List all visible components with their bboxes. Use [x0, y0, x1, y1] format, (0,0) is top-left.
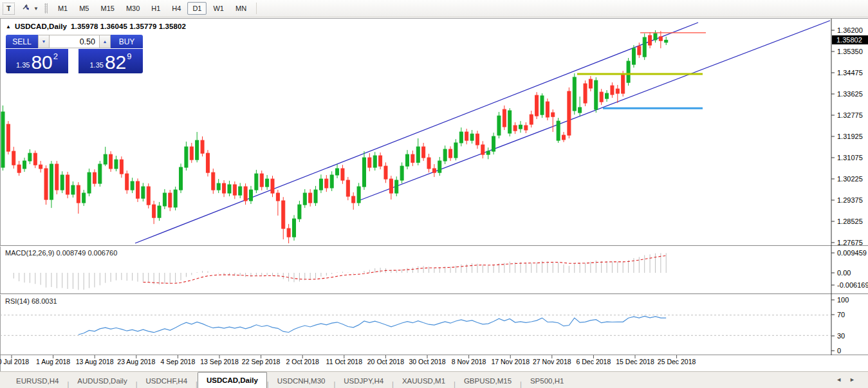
chart-window: ▲ USDCAD,Daily 1.35978 1.36045 1.35779 1…	[0, 18, 868, 388]
timeframe-button-h1[interactable]: H1	[146, 2, 165, 15]
sell-price-point: 2	[53, 51, 58, 61]
buy-price-prefix: 1.35	[89, 61, 103, 69]
sell-price-panel[interactable]: 1.35 80 2	[6, 49, 68, 73]
tab-scroll-arrows[interactable]: ◄►	[836, 376, 863, 383]
timeframe-button-group: M1M5M15M30H1H4D1W1MN	[52, 2, 252, 15]
buy-price-point: 9	[127, 51, 131, 61]
top-toolbar: T ▼ M1M5M15M30H1H4D1W1MN	[0, 0, 868, 17]
ohlc-values: 1.35978 1.36045 1.35779 1.35802	[71, 23, 186, 30]
macd-indicator-label: MACD(12,26,9) 0.008749 0.006760	[5, 249, 117, 257]
chart-tab-xauusd[interactable]: XAUUSD,M1	[394, 374, 454, 388]
chart-tab-usdcnh[interactable]: USDCNH,M30	[269, 374, 334, 388]
chart-tab-audusd[interactable]: AUDUSD,Daily	[69, 374, 135, 388]
sell-button[interactable]: SELL	[6, 35, 38, 48]
volume-decrease-button[interactable]: ▼	[38, 35, 50, 48]
chart-title: ▲ USDCAD,Daily 1.35978 1.36045 1.35779 1…	[6, 23, 186, 30]
timeframe-button-w1[interactable]: W1	[208, 2, 229, 15]
chart-tab-gbpusd[interactable]: GBPUSD,M15	[456, 374, 520, 388]
chevron-down-icon: ▼	[33, 6, 39, 12]
volume-increase-button[interactable]: ▲	[99, 35, 111, 48]
rsi-indicator-label: RSI(14) 68.0031	[5, 297, 57, 305]
chart-tab-usdjpy[interactable]: USDJPY,H4	[335, 374, 392, 388]
text-label-tool-button[interactable]: T	[3, 3, 15, 15]
timeframe-button-m15[interactable]: M15	[95, 2, 119, 15]
chart-tab-sp500[interactable]: SP500,H1	[522, 374, 572, 388]
chart-tab-bar: EURUSD,H4|AUDUSD,Daily|USDCHF,H4|USDCAD,…	[0, 371, 868, 388]
buy-price-pips: 82	[105, 53, 126, 71]
timeframe-button-m30[interactable]: M30	[121, 2, 145, 15]
scroll-right-icon[interactable]: ►	[849, 376, 863, 383]
swap-arrows-icon	[21, 2, 31, 15]
symbol-period-label: USDCAD,Daily	[15, 23, 67, 30]
sell-price-prefix: 1.35	[16, 61, 30, 69]
toolbar-separator	[256, 3, 257, 14]
chart-tab-eurusd[interactable]: EURUSD,H4	[8, 374, 67, 388]
chart-tab-usdcad[interactable]: USDCAD,Daily	[198, 372, 267, 388]
timeframe-button-h4[interactable]: H4	[167, 2, 186, 15]
sell-price-pips: 80	[31, 53, 52, 71]
volume-input[interactable]	[50, 35, 99, 48]
timeframe-button-m1[interactable]: M1	[53, 2, 73, 15]
charts-toolbar-button[interactable]: ▼	[21, 2, 39, 15]
one-click-trading-panel: SELL ▼ ▲ BUY 1.35 80 2 1.35 82 9	[6, 35, 143, 73]
toolbar-grip-handle[interactable]	[44, 3, 48, 14]
timeframe-button-mn[interactable]: MN	[230, 2, 252, 15]
timeframe-button-m5[interactable]: M5	[74, 2, 94, 15]
timeframe-button-d1[interactable]: D1	[187, 2, 207, 15]
buy-button[interactable]: BUY	[111, 35, 143, 48]
chart-tab-usdchf[interactable]: USDCHF,H4	[138, 374, 196, 388]
collapse-triangle-icon[interactable]: ▲	[6, 24, 11, 30]
scroll-left-icon[interactable]: ◄	[836, 376, 849, 383]
buy-price-panel[interactable]: 1.35 82 9	[78, 49, 143, 73]
